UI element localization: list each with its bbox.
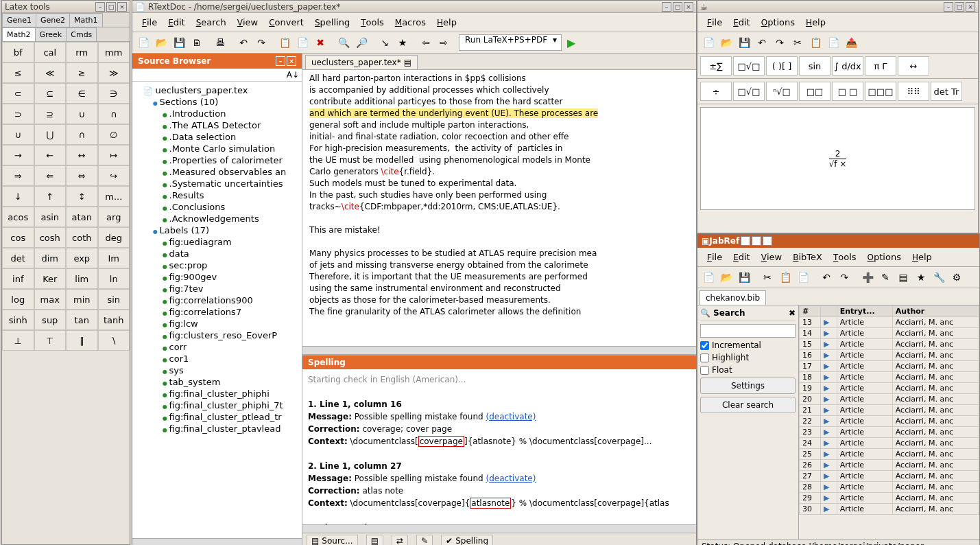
symbol-button[interactable]: ⊆ xyxy=(34,83,67,104)
next-icon[interactable]: ⇨ xyxy=(435,34,452,51)
save-icon[interactable]: 💾 xyxy=(736,34,752,51)
tree-node[interactable]: .Data selection xyxy=(134,131,300,143)
editor-tab[interactable]: ueclusters_paper.tex* ▤ xyxy=(305,55,418,69)
tab-Gene1[interactable]: Gene1 xyxy=(2,13,36,27)
symbol-button[interactable]: ⇐ xyxy=(34,165,67,186)
paste-icon[interactable]: 📄 xyxy=(294,34,311,51)
editor-hscroll[interactable] xyxy=(302,346,696,354)
symbol-button[interactable]: cos xyxy=(2,227,34,248)
tree-node[interactable]: Sections (10) xyxy=(134,96,300,108)
prefs-icon[interactable]: ⚙ xyxy=(948,269,965,286)
symbol-button[interactable]: ⋃ xyxy=(34,124,67,145)
symbol-button[interactable]: mm xyxy=(98,42,130,62)
tools-icon[interactable]: 🔧 xyxy=(931,269,947,286)
collapse-icon[interactable]: – xyxy=(276,56,285,66)
redo-icon[interactable]: ↷ xyxy=(772,34,788,51)
source-tab-button[interactable]: ▤ Sourc... xyxy=(307,535,358,546)
tab-Math2[interactable]: Math2 xyxy=(2,27,36,41)
table-row[interactable]: 27▶ArticleAcciarri, M. anc xyxy=(800,471,979,482)
symbol-button[interactable]: log xyxy=(2,289,34,310)
tree-node[interactable]: sys xyxy=(134,364,300,376)
menu-view[interactable]: View xyxy=(756,249,787,265)
formula-titlebar[interactable]: ☕ – □ × xyxy=(697,1,978,13)
symbol-button[interactable]: ← xyxy=(34,145,67,165)
tab-Greek[interactable]: Greek xyxy=(35,27,67,41)
menu-options[interactable]: Options xyxy=(862,249,907,265)
save-icon[interactable]: 💾 xyxy=(171,34,187,51)
symbol-button[interactable]: max xyxy=(34,289,67,310)
goto-icon[interactable]: ↘ xyxy=(377,34,393,51)
horizontal-scrollbar[interactable] xyxy=(132,538,302,545)
maximize-button[interactable]: □ xyxy=(106,2,116,12)
formula-button[interactable]: ⠿⠿ xyxy=(898,82,929,101)
menu-view[interactable]: View xyxy=(232,14,263,30)
tree-node[interactable]: fig:correlations900 xyxy=(134,294,300,306)
copy-icon[interactable]: 📋 xyxy=(777,269,793,286)
symbol-button[interactable]: ≥ xyxy=(66,62,98,83)
menu-tools[interactable]: Tools xyxy=(355,14,390,30)
saveall-icon[interactable]: 🗎 xyxy=(189,34,205,51)
tree-node[interactable]: .Results xyxy=(134,189,300,201)
symbol-button[interactable]: deg xyxy=(98,227,130,248)
menu-search[interactable]: Search xyxy=(191,14,232,30)
tree-node[interactable]: .Measured observables an xyxy=(134,166,300,178)
symbol-button[interactable]: bf xyxy=(2,42,34,62)
open-icon[interactable]: 📂 xyxy=(718,34,734,51)
close-button[interactable]: × xyxy=(117,2,127,12)
symbol-button[interactable]: ⊃ xyxy=(2,104,34,124)
settings-button[interactable]: Settings xyxy=(700,378,796,394)
open-icon[interactable]: 📂 xyxy=(718,269,734,286)
clear-search-icon[interactable]: ✖ xyxy=(789,308,796,318)
col-header[interactable]: Entryt... xyxy=(837,306,892,317)
symbol-button[interactable]: ⇔ xyxy=(66,165,98,186)
undo-icon[interactable]: ↶ xyxy=(754,34,770,51)
symbol-button[interactable]: ln xyxy=(98,268,130,289)
symbol-button[interactable]: ↓ xyxy=(2,186,34,207)
symbol-button[interactable]: ⇒ xyxy=(2,165,34,186)
minimize-button[interactable]: – xyxy=(95,2,105,12)
symbol-button[interactable]: tan xyxy=(66,310,98,330)
tab-Cmds[interactable]: Cmds xyxy=(66,27,97,41)
table-row[interactable]: 13▶ArticleAcciarri, M. anc xyxy=(800,317,979,328)
symbol-button[interactable]: ⊇ xyxy=(34,104,67,124)
jabref-tab[interactable]: chekanov.bib xyxy=(700,290,766,305)
symbol-button[interactable]: det xyxy=(2,248,34,268)
symbol-button[interactable]: m... xyxy=(98,186,130,207)
tree-node[interactable]: .The ATLAS Detector xyxy=(134,119,300,131)
find-icon[interactable]: 🔍 xyxy=(335,34,352,51)
minimize-button[interactable]: – xyxy=(944,2,953,12)
symbol-button[interactable]: ∩ xyxy=(66,124,98,145)
close-button[interactable]: × xyxy=(966,2,975,12)
menu-file[interactable]: File xyxy=(702,249,728,265)
formula-button[interactable]: sin xyxy=(799,56,830,76)
delete-icon[interactable]: ✖ xyxy=(312,34,328,51)
menu-tools[interactable]: Tools xyxy=(828,249,862,265)
table-row[interactable]: 19▶ArticleAcciarri, M. anc xyxy=(800,383,979,394)
symbol-button[interactable]: ↔ xyxy=(66,145,98,165)
symbol-button[interactable]: sin xyxy=(98,289,130,310)
symbol-button[interactable]: dim xyxy=(34,248,67,268)
table-row[interactable]: 18▶ArticleAcciarri, M. anc xyxy=(800,372,979,383)
redo-icon[interactable]: ↷ xyxy=(253,34,270,51)
symbol-button[interactable]: Ker xyxy=(34,268,67,289)
new-icon[interactable]: 📄 xyxy=(135,34,152,51)
spelling-tab-button[interactable]: ✔ Spelling xyxy=(441,535,493,546)
symbol-button[interactable]: ∪ xyxy=(2,124,34,145)
tree-node[interactable]: corr xyxy=(134,341,300,353)
menu-help[interactable]: Help xyxy=(431,14,462,30)
new-icon[interactable]: 📄 xyxy=(700,34,717,51)
save-icon[interactable]: 💾 xyxy=(736,269,752,286)
rtextdoc-titlebar[interactable]: 📄 RTextDoc - /home/sergei/ueclusters_pap… xyxy=(132,1,696,13)
menu-edit[interactable]: Edit xyxy=(728,14,756,30)
tree-node[interactable]: fig:final_cluster_ptavlead xyxy=(134,423,300,434)
table-row[interactable]: 14▶ArticleAcciarri, M. anc xyxy=(800,328,979,339)
formula-button[interactable]: □□ xyxy=(799,82,830,101)
search-input[interactable] xyxy=(700,324,796,338)
tree-node[interactable]: fig:final_cluster_phiphi_7t xyxy=(134,399,300,411)
tree-node[interactable]: sec:prop xyxy=(134,259,300,271)
prev-icon[interactable]: ⇦ xyxy=(418,34,434,51)
tab-button-2[interactable]: ▤ xyxy=(366,535,383,546)
table-row[interactable]: 22▶ArticleAcciarri, M. anc xyxy=(800,416,979,427)
table-row[interactable]: 20▶ArticleAcciarri, M. anc xyxy=(800,394,979,405)
latex-tools-titlebar[interactable]: Latex tools – □ × xyxy=(2,1,130,13)
